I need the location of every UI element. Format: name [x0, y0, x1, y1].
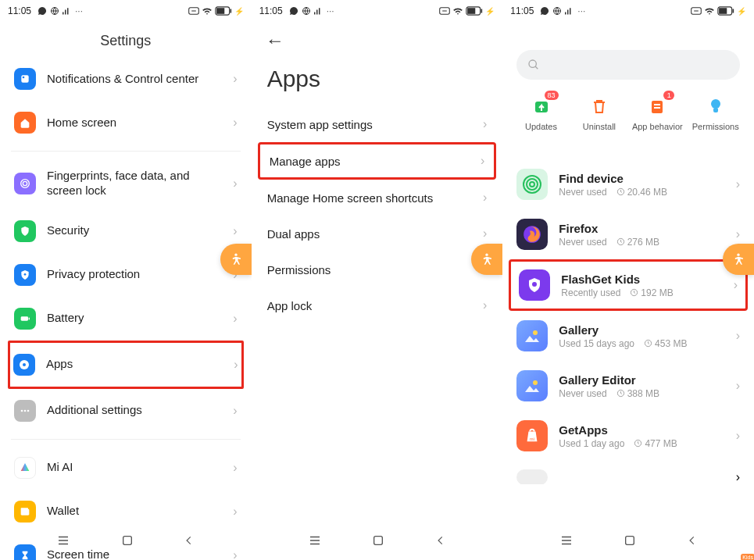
- chevron-right-icon: ›: [736, 177, 740, 191]
- trash-icon: [588, 95, 610, 117]
- settings-item-label: Fingerprints, face data, and screen lock: [47, 169, 222, 198]
- chevron-right-icon: ›: [233, 116, 237, 130]
- app-usage: Never used: [559, 237, 606, 248]
- globe-icon: [302, 6, 311, 16]
- dnd-icon: [691, 7, 702, 15]
- accessibility-fab[interactable]: [723, 244, 754, 275]
- dnd-icon: [439, 7, 450, 15]
- accessibility-fab[interactable]: [220, 244, 252, 275]
- action-app-behavior[interactable]: 1 App behavior: [630, 95, 684, 131]
- app-icon-partial: [516, 469, 548, 484]
- svg-rect-15: [29, 317, 30, 319]
- app-size: 276 MB: [616, 237, 659, 248]
- settings-item-battery[interactable]: Battery ›: [11, 297, 241, 341]
- action-row: 83 Updates Uninstall 1 App behavior Perm…: [502, 91, 754, 139]
- chevron-right-icon: ›: [736, 429, 740, 443]
- divider: [11, 439, 241, 440]
- svg-rect-44: [565, 12, 566, 15]
- svg-point-61: [527, 179, 538, 190]
- apps-item-manage-apps[interactable]: Manage apps ›: [258, 142, 497, 180]
- chevron-right-icon: ›: [234, 358, 238, 372]
- action-uninstall[interactable]: Uninstall: [572, 95, 627, 131]
- settings-item-additional[interactable]: Additional settings ›: [11, 389, 241, 433]
- search-input[interactable]: [516, 50, 740, 80]
- app-item-getapps[interactable]: mi GetApps Used 1 day ago 477 MB ›: [502, 411, 754, 461]
- app-item-gallery[interactable]: Gallery Used 15 days ago 453 MB ›: [502, 311, 754, 361]
- dnd-icon: [188, 7, 199, 15]
- status-time: 11:05: [259, 5, 283, 16]
- apps-item-system-settings[interactable]: System app settings ›: [252, 106, 503, 142]
- wallet-icon: [14, 501, 36, 523]
- nav-back-button[interactable]: [184, 534, 195, 550]
- nav-bar: [252, 530, 503, 554]
- nav-recent-button[interactable]: [56, 533, 70, 551]
- status-time: 11:05: [510, 5, 534, 16]
- more-dots: ···: [75, 5, 83, 16]
- settings-item-apps[interactable]: Apps ›: [8, 341, 244, 389]
- screen-settings: 11:05 ··· ⚡ Settings: [0, 0, 252, 560]
- globe-icon: [50, 6, 59, 16]
- nav-home-button[interactable]: [372, 534, 384, 550]
- settings-item-notifications[interactable]: Notifications & Control center ›: [11, 57, 241, 101]
- screen-manage-apps: 11:05 ··· ⚡ 83 Updates Uninstal: [502, 0, 754, 560]
- app-item-firefox[interactable]: Firefox Never used 276 MB ›: [502, 209, 754, 259]
- settings-item-fingerprints[interactable]: Fingerprints, face data, and screen lock…: [11, 158, 241, 209]
- chevron-right-icon: ›: [233, 72, 237, 86]
- svg-rect-59: [713, 108, 718, 112]
- action-permissions[interactable]: Permissions: [688, 95, 743, 131]
- svg-point-19: [24, 409, 27, 412]
- svg-rect-57: [654, 107, 660, 109]
- settings-item-privacy[interactable]: Privacy protection ›: [11, 253, 241, 297]
- privacy-icon: [14, 264, 36, 286]
- find-device-icon: [516, 169, 548, 200]
- settings-item-home-screen[interactable]: Home screen ›: [11, 101, 241, 144]
- app-item-partial[interactable]: ›: [502, 461, 754, 484]
- settings-item-wallet[interactable]: Wallet ›: [11, 490, 241, 533]
- svg-rect-51: [732, 9, 734, 12]
- accessibility-fab[interactable]: [471, 244, 502, 275]
- svg-rect-46: [570, 8, 571, 14]
- svg-rect-9: [21, 75, 28, 82]
- app-usage: Used 15 days ago: [559, 338, 634, 349]
- more-dots: ···: [577, 5, 585, 16]
- nav-recent-button[interactable]: [308, 533, 322, 551]
- battery-icon: [14, 308, 36, 330]
- globe-icon: [552, 6, 562, 16]
- nav-back-button[interactable]: [687, 534, 698, 550]
- apps-item-label: System app settings: [267, 118, 373, 131]
- apps-item-app-lock[interactable]: App lock ›: [252, 287, 503, 323]
- settings-item-label: Battery: [47, 311, 222, 326]
- charging-icon: ⚡: [485, 7, 495, 16]
- nav-recent-button[interactable]: [559, 533, 574, 551]
- settings-item-security[interactable]: Security ›: [11, 209, 241, 253]
- app-item-find-device[interactable]: Find device Never used 20.46 MB ›: [502, 159, 754, 209]
- charging-icon: ⚡: [737, 7, 746, 16]
- settings-item-mi-ai[interactable]: Mi AI ›: [11, 446, 241, 490]
- app-item-gallery-editor[interactable]: Gallery Editor Never used 388 MB ›: [502, 361, 754, 411]
- nav-bar: [0, 530, 252, 554]
- nav-back-button[interactable]: [435, 534, 446, 550]
- apps-item-permissions[interactable]: Permissions ›: [252, 251, 503, 287]
- apps-item-home-shortcuts[interactable]: Manage Home screen shortcuts ›: [252, 180, 503, 216]
- whatsapp-icon: [38, 6, 47, 16]
- svg-rect-56: [654, 104, 660, 105]
- back-button[interactable]: ←: [266, 30, 284, 51]
- permissions-icon: [705, 95, 727, 117]
- app-item-flashget-kids[interactable]: Kids FlashGet Kids Recently used 192 MB …: [511, 262, 745, 309]
- chevron-right-icon: ›: [736, 470, 740, 484]
- app-name: Gallery: [559, 323, 724, 337]
- action-updates[interactable]: 83 Updates: [514, 95, 569, 131]
- whatsapp-icon: [289, 6, 298, 16]
- status-bar: 11:05 ··· ⚡: [252, 0, 503, 22]
- action-label: App behavior: [632, 122, 683, 131]
- svg-point-70: [533, 380, 538, 385]
- svg-rect-28: [123, 537, 131, 545]
- chevron-right-icon: ›: [483, 298, 487, 312]
- apps-item-dual-apps[interactable]: Dual apps ›: [252, 216, 503, 251]
- nav-home-button[interactable]: [624, 534, 636, 550]
- action-label: Updates: [525, 122, 557, 131]
- nav-home-button[interactable]: [121, 534, 134, 550]
- mi-ai-icon: [14, 457, 36, 479]
- chevron-right-icon: ›: [233, 461, 237, 475]
- wifi-icon: [704, 6, 715, 16]
